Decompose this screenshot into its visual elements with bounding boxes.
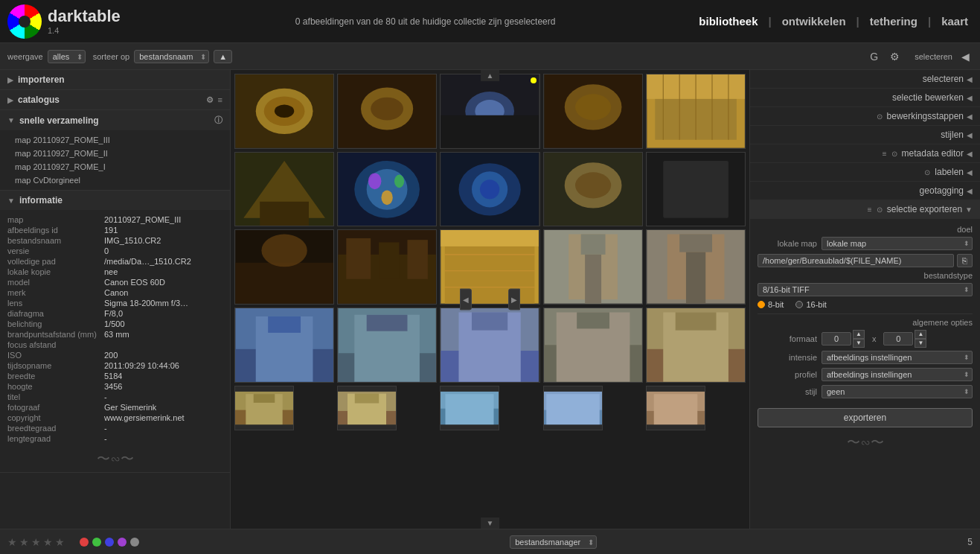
- color-label-green[interactable]: [92, 538, 101, 547]
- thumb-r1c5[interactable]: [646, 74, 746, 149]
- lokale-map-select[interactable]: lokale map: [822, 237, 973, 250]
- collection-item-rome2[interactable]: map 20110927_ROME_II: [0, 147, 230, 160]
- radio-16bit[interactable]: 16-bit: [795, 300, 827, 309]
- thumb-r4c5[interactable]: [646, 308, 746, 383]
- nav-tethering[interactable]: tethering: [865, 12, 922, 31]
- thumb-r2c4[interactable]: [543, 152, 643, 227]
- svg-rect-41: [235, 263, 333, 304]
- thumb-r2c2[interactable]: [337, 152, 437, 227]
- thumb-r3c1[interactable]: [234, 229, 334, 305]
- thumb-r4c1[interactable]: [234, 308, 334, 383]
- collection-item-cvd[interactable]: map CvDtorgineel: [0, 173, 230, 187]
- formaat-w-input[interactable]: [822, 332, 851, 346]
- svg-rect-24: [260, 201, 309, 226]
- thumb-r3c4[interactable]: [543, 229, 643, 305]
- sort-direction-btn[interactable]: ▲: [214, 50, 232, 63]
- thumb-r2c5[interactable]: [646, 152, 746, 227]
- thumb-r4c3[interactable]: [440, 308, 539, 383]
- right-sidebar-collapse[interactable]: ▶: [508, 289, 520, 311]
- panel-labelen[interactable]: ⊙ labelen ◀: [750, 163, 980, 182]
- intensie-label: intensie: [758, 353, 817, 362]
- thumb-r2c3[interactable]: [440, 152, 539, 227]
- thumb-r4c2[interactable]: [337, 308, 437, 383]
- path-copy-btn[interactable]: ⎘: [957, 254, 973, 267]
- panel-geotagging[interactable]: geotagging ◀: [750, 182, 980, 200]
- thumb-r5c3[interactable]: [440, 386, 499, 430]
- thumb-r4c4[interactable]: [543, 308, 643, 383]
- metadata-editor-arrow: ◀: [967, 150, 973, 158]
- radio-8bit[interactable]: 8-bit: [758, 300, 784, 309]
- metadata-editor-text: metadata editor: [902, 148, 964, 159]
- path-input[interactable]: [758, 254, 954, 267]
- thumb-r5c5[interactable]: [646, 386, 705, 430]
- panel-stijlen[interactable]: stijlen ◀: [750, 126, 980, 144]
- svg-point-29: [394, 174, 404, 188]
- thumb-r5c1[interactable]: [234, 386, 294, 430]
- catalogus-icon-list[interactable]: ≡: [218, 95, 222, 105]
- snelle-verzameling-header[interactable]: ▼ snelle verzameling ⓘ: [0, 110, 230, 130]
- catalogus-icon-settings[interactable]: ⚙: [206, 95, 214, 105]
- thumb-r5c2[interactable]: [337, 386, 397, 430]
- formaat-w-up[interactable]: ▲: [853, 330, 865, 339]
- svg-rect-73: [472, 312, 507, 330]
- color-label-purple[interactable]: [118, 538, 126, 547]
- color-label-red[interactable]: [80, 538, 89, 547]
- panel-bewerkingsstappen[interactable]: ⊙ bewerkingsstappen ◀: [750, 107, 980, 126]
- thumb-r3c3[interactable]: [440, 229, 539, 305]
- panel-selectie-bewerken[interactable]: selectie bewerken ◀: [750, 89, 980, 107]
- snelle-verzameling-icon-info[interactable]: ⓘ: [214, 115, 222, 126]
- exporteren-button[interactable]: exporteren: [758, 408, 973, 427]
- left-sidebar-collapse[interactable]: ◀: [460, 289, 472, 311]
- panel-metadata-editor[interactable]: ≡ ⊙ metadata editor ◀: [750, 144, 980, 163]
- thumbnail-area[interactable]: [231, 70, 749, 529]
- intensie-select[interactable]: afbeeldings instellingen: [822, 351, 973, 364]
- nav-kaart[interactable]: kaart: [937, 12, 973, 31]
- svg-rect-85: [254, 394, 275, 403]
- snelle-verzameling-content: map 20110927_ROME_III map 20110927_ROME_…: [0, 130, 230, 190]
- star-3[interactable]: ★: [31, 536, 41, 548]
- thumb-r1c4[interactable]: [543, 74, 643, 149]
- formaat-h-down[interactable]: ▼: [915, 339, 926, 348]
- star-4[interactable]: ★: [43, 536, 53, 548]
- sorteer-select[interactable]: bestandsnaam: [134, 50, 209, 63]
- info-row-merk: merk Canon: [7, 287, 222, 298]
- collection-item-rome1[interactable]: map 20110927_ROME_I: [0, 160, 230, 173]
- thumb-r1c3[interactable]: [440, 74, 539, 149]
- formaat-h-up[interactable]: ▲: [915, 330, 926, 339]
- radio-16bit-dot: [795, 301, 803, 308]
- selecteren-arrow[interactable]: ◀: [958, 49, 973, 64]
- bestandsmanager-select[interactable]: bestandsmanager: [510, 535, 597, 549]
- scroll-down-arrow[interactable]: ▼: [481, 518, 500, 529]
- color-label-gray[interactable]: [130, 538, 139, 547]
- settings-icon[interactable]: ⚙: [887, 49, 903, 64]
- weergave-select[interactable]: alles: [48, 50, 86, 63]
- scroll-up-arrow[interactable]: ▲: [481, 70, 500, 81]
- thumb-r3c5[interactable]: [646, 229, 746, 305]
- thumb-r2c1[interactable]: [234, 152, 334, 227]
- informatie-header[interactable]: ▼ informatie: [0, 191, 230, 210]
- svg-point-6: [371, 98, 403, 121]
- bestandstype-select[interactable]: 8/16-bit TIFF: [758, 283, 973, 296]
- thumb-r3c2[interactable]: [337, 229, 437, 305]
- star-2[interactable]: ★: [19, 536, 29, 548]
- thumb-r5c4[interactable]: [543, 386, 603, 430]
- catalogus-header[interactable]: ▶ catalogus ⚙ ≡: [0, 90, 230, 109]
- profiel-select[interactable]: afbeeldings instellingen: [822, 368, 973, 381]
- collection-item-rome3[interactable]: map 20110927_ROME_III: [0, 133, 230, 147]
- stijl-select[interactable]: geen: [822, 385, 973, 398]
- star-5[interactable]: ★: [55, 536, 65, 548]
- color-label-blue[interactable]: [105, 538, 114, 547]
- panel-selecteren[interactable]: selecteren ◀: [750, 70, 980, 89]
- geotagging-arrow: ◀: [967, 187, 973, 195]
- g-button[interactable]: G: [867, 49, 881, 64]
- thumb-r1c2[interactable]: [337, 74, 437, 149]
- star-1[interactable]: ★: [7, 536, 17, 548]
- thumb-r1c1[interactable]: [234, 74, 334, 149]
- nav-bibliotheek[interactable]: bibliotheek: [694, 12, 762, 31]
- panel-selectie-exporteren[interactable]: ≡ ⊙ selectie exporteren ▼: [750, 200, 980, 219]
- importeren-header[interactable]: ▶ importeren: [0, 70, 230, 89]
- nav-ontwikkelen[interactable]: ontwikkelen: [778, 12, 851, 31]
- left-sidebar: ▶ importeren ▶ catalogus ⚙ ≡ ▼ snelle ve…: [0, 70, 231, 529]
- formaat-w-down[interactable]: ▼: [853, 339, 865, 348]
- formaat-h-input[interactable]: [883, 332, 913, 346]
